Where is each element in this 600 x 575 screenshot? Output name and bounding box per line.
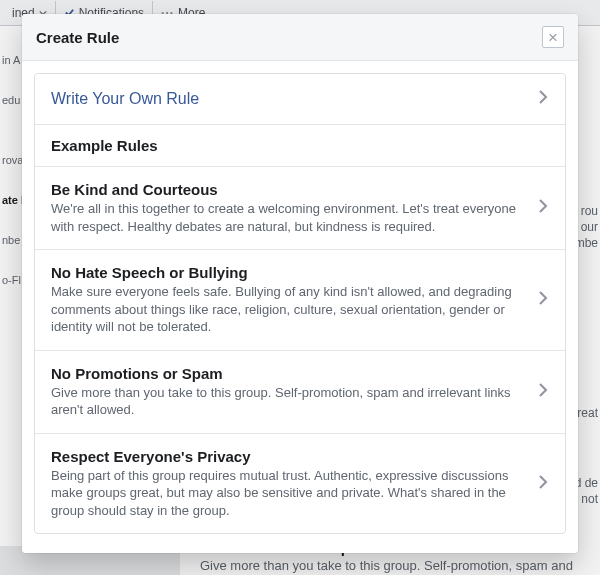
modal-header: Create Rule × [22,14,578,61]
write-own-rule-row[interactable]: Write Your Own Rule [35,74,565,125]
example-rule-spam[interactable]: No Promotions or Spam Give more than you… [35,351,565,434]
example-rule-kind[interactable]: Be Kind and Courteous We're all in this … [35,167,565,250]
rule-title: No Hate Speech or Bullying [51,264,525,281]
example-rules-header: Example Rules [35,125,565,167]
close-icon: × [548,29,558,46]
rule-title: Be Kind and Courteous [51,181,525,198]
rule-desc: Being part of this group requires mutual… [51,467,525,520]
chevron-right-icon [537,289,549,311]
rule-title: No Promotions or Spam [51,365,525,382]
rule-desc: Make sure everyone feels safe. Bullying … [51,283,525,336]
rule-desc: Give more than you take to this group. S… [51,384,525,419]
example-rule-hate-speech[interactable]: No Hate Speech or Bullying Make sure eve… [35,250,565,351]
create-rule-modal: Create Rule × Write Your Own Rule Exampl… [22,14,578,553]
modal-body: Write Your Own Rule Example Rules Be Kin… [22,61,578,553]
chevron-right-icon [537,473,549,495]
write-own-rule-label: Write Your Own Rule [51,90,525,108]
rule-desc: We're all in this together to create a w… [51,200,525,235]
modal-title: Create Rule [36,29,119,46]
chevron-right-icon [537,88,549,110]
rules-card: Write Your Own Rule Example Rules Be Kin… [34,73,566,534]
close-button[interactable]: × [542,26,564,48]
rule-title: Respect Everyone's Privacy [51,448,525,465]
chevron-right-icon [537,197,549,219]
example-rule-privacy[interactable]: Respect Everyone's Privacy Being part of… [35,434,565,534]
chevron-right-icon [537,381,549,403]
